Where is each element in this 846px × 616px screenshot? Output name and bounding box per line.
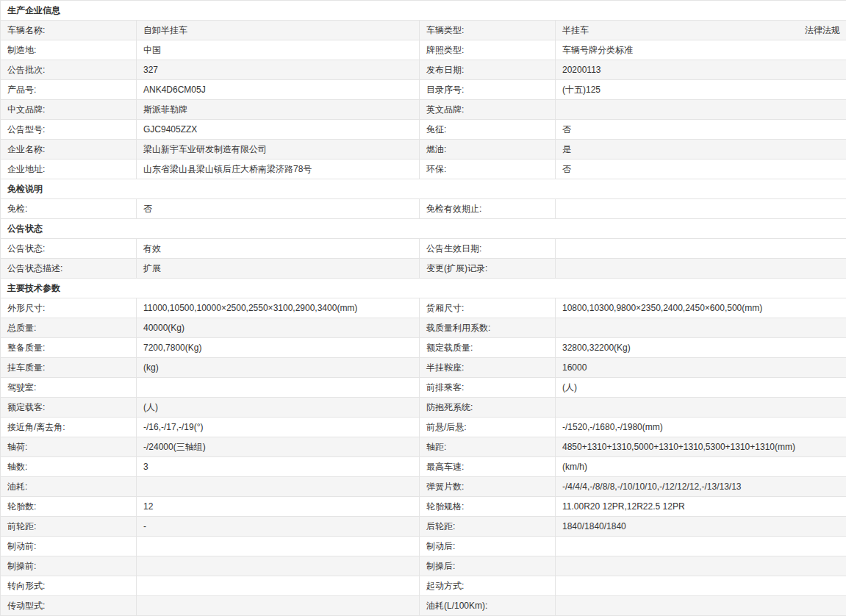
field-label-text: 挂车质量: [7,362,45,373]
field-value [137,556,420,576]
field-value: 10800,10300,9800×2350,2400,2450×600,500(… [556,298,846,318]
field-value-text: 半挂车 [562,25,589,35]
table-row: 整备质量:7200,7800(Kg)额定载质量:32800,32200(Kg) [1,338,846,358]
field-label-text: 免征: [426,124,446,135]
field-value-text: 327 [143,65,158,75]
field-value: 16000 [556,358,846,378]
field-value-text: 扩展 [143,263,161,273]
field-label-text: 英文品牌: [426,104,464,115]
field-label: 整备质量: [1,338,137,358]
field-value: ANK4D6CM05J [137,80,420,100]
field-label-text: 制造地: [7,45,36,55]
field-label: 前轮距: [1,517,137,537]
table-row: 免检:否免检有效期止: [1,199,846,219]
field-value [137,576,420,596]
table-row: 制造地:中国牌照类型:车辆号牌分类标准 [1,40,846,60]
table-row: 企业名称:梁山新宇车业研发制造有限公司燃油:是 [1,140,846,160]
field-label: 燃油: [420,140,556,160]
field-label: 制操前: [1,556,137,576]
field-label: 牌照类型: [420,40,556,60]
field-value [556,398,846,418]
field-value: 梁山新宇车业研发制造有限公司 [137,140,420,160]
field-label: 中文品牌: [1,100,137,120]
field-label-text: 传动型式: [7,601,45,611]
field-label: 转向形式: [1,576,137,596]
field-value [137,378,420,398]
field-label: 公告状态描述: [1,259,137,279]
field-label-text: 车辆类型: [426,25,464,35]
field-value-text: 11.00R20 12PR,12R22.5 12PR [562,501,685,512]
field-value-text: 7200,7800(Kg) [143,343,201,353]
field-value: 4850+1310+1310,5000+1310+1310,5300+1310+… [556,437,846,457]
field-value [137,596,420,616]
field-label: 变更(扩展)记录: [420,259,556,279]
field-label: 免征: [420,120,556,140]
field-value [556,537,846,556]
laws-regulations-link[interactable]: 法律法规 [805,24,840,37]
field-label-text: 产品号: [7,85,36,95]
field-label-text: 制动后: [426,541,455,551]
section-header-row: 公告状态 [1,219,846,239]
field-label-text: 轴荷: [7,442,27,452]
field-value-text: -/4/4/4,-/8/8/8,-/10/10/10,-/12/12/12,-/… [562,481,742,492]
table-row: 轮胎数:12轮胎规格:11.00R20 12PR,12R22.5 12PR [1,497,846,517]
field-value: (kg) [137,358,420,378]
field-label-text: 前轮距: [7,521,36,531]
field-label-text: 公告生效日期: [426,243,481,254]
field-label: 制操后: [420,556,556,576]
field-label-text: 制动前: [7,541,36,551]
field-label: 制造地: [1,40,137,60]
field-label: 载质量利用系数: [420,318,556,338]
field-value-text: -/16,-/17,-/19(°) [143,422,204,432]
field-label-text: 半挂鞍座: [426,362,464,373]
field-value [137,537,420,556]
table-row: 总质量:40000(Kg)载质量利用系数: [1,318,846,338]
field-label: 轴数: [1,457,137,477]
field-value: 扩展 [137,259,420,279]
field-label: 制动后: [420,537,556,556]
field-label: 额定载客: [1,398,137,418]
field-value-text: 车辆号牌分类标准 [562,45,633,55]
field-label-text: 变更(扩展)记录: [426,263,487,273]
field-label: 接近角/离去角: [1,418,137,437]
field-label-text: 油耗: [7,481,27,492]
field-value-text: 40000(Kg) [143,323,184,333]
field-value: 327 [137,60,420,80]
field-value: (十五)125 [556,80,846,100]
field-value: (人) [556,378,846,398]
field-label: 挂车质量: [1,358,137,378]
field-label: 额定载质量: [420,338,556,358]
field-value: 3 [137,457,420,477]
field-value-text: 32800,32200(Kg) [562,343,631,353]
field-value-text: 11000,10500,10000×2500,2550×3100,2900,34… [143,303,357,313]
field-label: 免检有效期止: [420,199,556,219]
field-label-text: 最高车速: [426,462,464,472]
field-label: 防抱死系统: [420,398,556,418]
field-value: -/24000(三轴组) [137,437,420,457]
field-value: 车辆号牌分类标准 [556,40,846,60]
table-row: 企业地址:山东省梁山县梁山镇后庄大桥南梁济路78号环保:否 [1,160,846,179]
field-value: 20200113 [556,60,846,80]
section-header-row: 免检说明 [1,179,846,199]
field-label-text: 外形尺寸: [7,303,45,313]
table-row: 挂车质量:(kg)半挂鞍座:16000 [1,358,846,378]
field-value-text: 否 [143,204,152,214]
table-row: 公告状态:有效公告生效日期: [1,239,846,259]
field-label: 企业名称: [1,140,137,160]
field-label: 轮胎数: [1,497,137,517]
field-value-text: 斯派菲勒牌 [143,104,187,115]
field-label-text: 轴数: [7,462,27,472]
field-value-text: 4850+1310+1310,5000+1310+1310,5300+1310+… [562,442,795,452]
section-header-row: 生产企业信息 [1,1,846,21]
field-value-text: 是 [562,144,571,154]
field-label-text: 前排乘客: [426,382,464,393]
field-label-text: 油耗(L/100Km): [426,601,487,611]
field-label: 油耗(L/100Km): [420,596,556,616]
field-value-text: ANK4D6CM05J [143,85,206,95]
field-value-text: 梁山新宇车业研发制造有限公司 [143,144,267,154]
field-value: 中国 [137,40,420,60]
table-row: 传动型式:油耗(L/100Km): [1,596,846,616]
field-value-text: 20200113 [562,65,601,75]
field-value: 是 [556,140,846,160]
field-value-text: 自卸半挂车 [143,25,187,35]
